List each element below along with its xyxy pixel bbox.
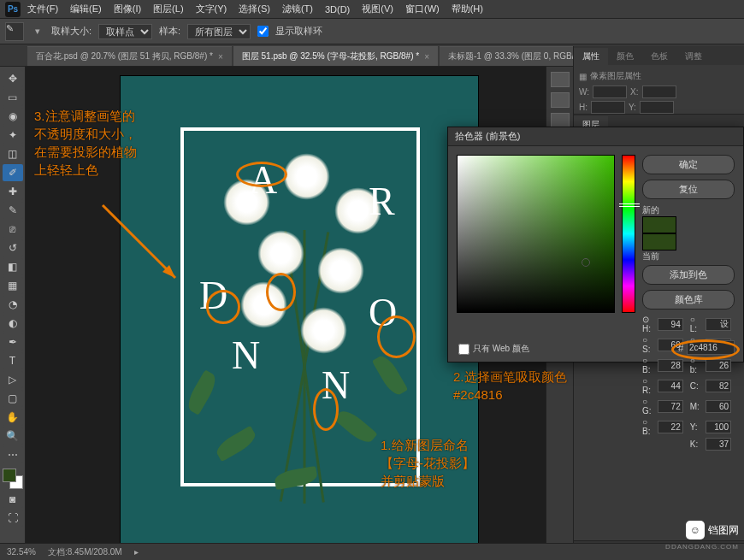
- show-ring-checkbox[interactable]: [257, 26, 269, 37]
- ps-logo-icon: Ps: [5, 2, 21, 17]
- menu-window[interactable]: 窗口(W): [405, 3, 440, 15]
- current-color-swatch: [642, 233, 676, 251]
- hand-tool[interactable]: ✋: [3, 409, 23, 426]
- menu-filter[interactable]: 滤镜(T): [282, 3, 313, 15]
- doc-tab-2[interactable]: 图层 51.psb @ 32.5% (字母-花投影, RGB/8#) *×: [233, 46, 438, 66]
- menu-type[interactable]: 文字(Y): [196, 3, 227, 15]
- doc-size-readout: 文档:8.45M/208.0M: [48, 546, 122, 558]
- annotation-circle: [206, 290, 240, 324]
- letter-n: N: [232, 333, 260, 378]
- status-bar: 32.54% 文档:8.45M/208.0M ▸: [0, 543, 744, 560]
- tab-properties[interactable]: 属性: [574, 48, 608, 65]
- annotation-circle: [236, 162, 287, 187]
- add-swatch-button[interactable]: 添加到色: [642, 265, 735, 285]
- show-ring-label: 显示取样环: [275, 25, 322, 38]
- annotation-circle: [266, 273, 296, 311]
- tab-swatches[interactable]: 色板: [642, 48, 676, 65]
- menu-select[interactable]: 选择(S): [239, 3, 270, 15]
- cancel-button[interactable]: 复位: [642, 180, 735, 199]
- wand-tool[interactable]: ✦: [3, 127, 23, 144]
- y-input[interactable]: [706, 421, 731, 433]
- prop-x-input[interactable]: [642, 85, 676, 98]
- tool-preset-dropdown[interactable]: ▾: [31, 25, 44, 38]
- prop-y-input[interactable]: [640, 101, 674, 114]
- hue-pointer-icon: [619, 203, 640, 207]
- hue-slider[interactable]: [622, 155, 635, 313]
- blur-tool[interactable]: ◔: [3, 296, 23, 313]
- sample-size-label: 取样大小:: [51, 25, 92, 38]
- color-cursor-icon: [582, 258, 590, 267]
- menu-help[interactable]: 帮助(H): [452, 3, 483, 15]
- move-tool[interactable]: ✥: [3, 70, 23, 87]
- color-field[interactable]: [457, 155, 615, 313]
- heal-tool[interactable]: ✚: [3, 183, 23, 200]
- h-input[interactable]: [658, 318, 683, 331]
- close-icon[interactable]: ×: [218, 52, 223, 62]
- menu-bar: Ps 文件(F) 编辑(E) 图像(I) 图层(L) 文字(Y) 选择(S) 滤…: [0, 0, 744, 19]
- svg-line-0: [103, 205, 175, 278]
- letter-r: R: [369, 179, 395, 224]
- toolbox: ✥ ▭ ◉ ✦ ◫ ✐ ✚ ✎ ⎚ ↺ ◧ ▦ ◔ ◐ ✒ T ▷ ▢ ✋ 🔍 …: [0, 67, 26, 543]
- options-bar: ✎ ▾ 取样大小: 取样点 样本: 所有图层 显示取样环: [0, 19, 744, 44]
- k-input[interactable]: [706, 438, 731, 451]
- ok-button[interactable]: 确定: [642, 155, 735, 174]
- menu-file[interactable]: 文件(F): [27, 3, 58, 15]
- type-tool[interactable]: T: [3, 352, 23, 369]
- zoom-tool[interactable]: 🔍: [3, 427, 23, 445]
- screenmode-tool[interactable]: ⛶: [3, 510, 23, 527]
- new-color-swatch: [642, 216, 676, 233]
- l-input[interactable]: [706, 318, 731, 331]
- history-brush-tool[interactable]: ↺: [3, 239, 23, 256]
- watermark-url: DDANGDANG.COM: [665, 543, 739, 551]
- doc-tab-1[interactable]: 百合花.psd @ 20.7% (图层 51 拷贝, RGB/8#) *×: [27, 46, 232, 66]
- pixel-layer-icon: ▦: [579, 72, 587, 81]
- eyedropper-icon: ✎: [5, 22, 24, 41]
- brush-tool[interactable]: ✎: [3, 202, 23, 219]
- edit-toolbar[interactable]: ⋯: [3, 446, 23, 463]
- foreground-color[interactable]: [3, 469, 16, 482]
- prop-w-input[interactable]: [593, 85, 627, 98]
- annotation-arrow-icon: [94, 197, 188, 291]
- shape-tool[interactable]: ▢: [3, 390, 23, 407]
- pen-tool[interactable]: ✒: [3, 333, 23, 351]
- c-input[interactable]: [706, 380, 731, 392]
- prop-h-input[interactable]: [591, 101, 625, 114]
- history-panel-icon[interactable]: [551, 72, 570, 87]
- watermark-logo-icon: ☺: [686, 521, 705, 539]
- menu-edit[interactable]: 编辑(E): [70, 3, 102, 15]
- eraser-tool[interactable]: ◧: [3, 258, 23, 275]
- annotation-circle: [377, 315, 416, 358]
- menu-3d[interactable]: 3D(D): [325, 4, 350, 15]
- menu-layer[interactable]: 图层(L): [153, 3, 183, 15]
- g-input[interactable]: [658, 400, 683, 413]
- gradient-tool[interactable]: ▦: [3, 277, 23, 294]
- marquee-tool[interactable]: ▭: [3, 89, 23, 106]
- crop-tool[interactable]: ◫: [3, 145, 23, 162]
- watermark: ☺ 铛图网: [686, 521, 739, 539]
- b2-input[interactable]: [658, 421, 683, 433]
- r-input[interactable]: [658, 380, 683, 392]
- web-only-checkbox[interactable]: [458, 344, 469, 355]
- dodge-tool[interactable]: ◐: [3, 315, 23, 332]
- color-swatch[interactable]: [3, 469, 23, 489]
- color-lib-button[interactable]: 颜色库: [642, 290, 735, 309]
- close-icon[interactable]: ×: [424, 52, 429, 62]
- tab-color[interactable]: 颜色: [608, 48, 642, 65]
- quickmask-tool[interactable]: ◙: [3, 491, 23, 508]
- bb-input[interactable]: [706, 359, 731, 372]
- m-input[interactable]: [706, 400, 731, 413]
- color-picker-title: 拾色器 (前景色): [448, 127, 743, 146]
- actions-panel-icon[interactable]: [551, 92, 570, 108]
- eyedropper-tool[interactable]: ✐: [3, 164, 23, 181]
- status-arrow-icon[interactable]: ▸: [134, 547, 139, 557]
- sample-sheet-select[interactable]: 所有图层: [187, 24, 251, 39]
- path-tool[interactable]: ▷: [3, 371, 23, 388]
- tab-adjustments[interactable]: 调整: [676, 48, 711, 65]
- stamp-tool[interactable]: ⎚: [3, 221, 23, 238]
- lasso-tool[interactable]: ◉: [3, 108, 23, 125]
- b-input[interactable]: [658, 359, 683, 372]
- menu-view[interactable]: 视图(V): [362, 3, 393, 15]
- sample-size-select[interactable]: 取样点: [98, 24, 152, 39]
- zoom-readout[interactable]: 32.54%: [7, 547, 36, 557]
- menu-image[interactable]: 图像(I): [114, 3, 141, 15]
